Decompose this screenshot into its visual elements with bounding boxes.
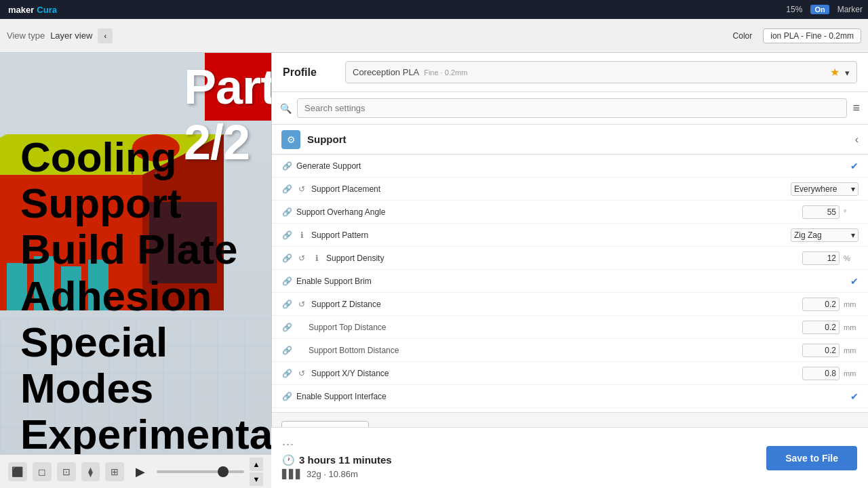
setting-dropdown[interactable]: Zig Zag▾ [791, 228, 859, 242]
text-line-5: Experimental [20, 411, 271, 458]
print-info-bar: ··· 🕐 3 hours 11 minutes ▋▋▋ 32g · 10.86… [271, 427, 868, 488]
profile-chip[interactable]: ion PLA - Fine - 0.2mm [763, 28, 861, 43]
setting-name: Enable Support Interface [296, 392, 846, 401]
info-icon[interactable]: ℹ [296, 230, 307, 241]
link-icon[interactable]: 🔗 [281, 276, 292, 287]
search-icon: 🔍 [280, 103, 292, 114]
setting-row: 🔗Support Top Distancemm [272, 316, 868, 339]
more-dots[interactable]: ··· [282, 437, 755, 451]
layer-up[interactable]: ▲ [250, 458, 263, 471]
viewtype-chevron[interactable]: ‹ [98, 28, 113, 43]
link-icon[interactable]: 🔗 [281, 184, 292, 195]
setting-row: 🔗↺Support Z Distancemm [272, 293, 868, 316]
setting-value-input[interactable] [802, 321, 840, 334]
profile-selector[interactable]: Coreception PLA Fine · 0.2mm ★ ▾ [345, 61, 857, 83]
setting-row: 🔗Enable Support Interface✔ [272, 385, 868, 408]
setting-checkbox[interactable]: ✔ [850, 161, 859, 171]
link-icon[interactable]: 🔗 [281, 391, 292, 402]
setting-name: Support Density [326, 253, 798, 263]
right-panel: Profile Coreception PLA Fine · 0.2mm ★ ▾… [271, 53, 868, 488]
reset-icon[interactable]: ↺ [296, 184, 307, 195]
secondbar-right: Color ion PLA - Fine - 0.2mm [733, 28, 861, 43]
star-icon: ★ [830, 66, 840, 78]
weight-icon: ▋▋▋ [282, 469, 302, 479]
print-weight: ▋▋▋ 32g · 10.86m [282, 469, 755, 479]
info-icon[interactable]: ℹ [311, 253, 322, 264]
setting-row: 🔗↺Support PlacementEverywhere▾ [272, 178, 868, 201]
text-line-3: Build Plate Adhesion [20, 226, 271, 319]
link-icon[interactable]: 🔗 [281, 322, 292, 333]
logo-cura: Cura [37, 5, 57, 15]
link-icon[interactable]: 🔗 [281, 230, 292, 241]
link-icon[interactable]: 🔗 [281, 207, 292, 218]
setting-value-input[interactable] [802, 205, 840, 219]
support-title: Support [307, 134, 848, 145]
setting-unit: % [844, 254, 859, 262]
setting-name: Support Top Distance [296, 323, 798, 332]
link-icon[interactable]: 🔗 [281, 299, 292, 310]
clock-icon: 🕐 [282, 454, 295, 466]
tool-icon-5[interactable]: ⊞ [105, 462, 124, 481]
secondary-bar: View type Layer view ‹ Color ion PLA - F… [0, 19, 868, 53]
support-section-header: ⚙ Support ‹ [272, 125, 868, 155]
top-bar: maker Cura 15% On Marker [0, 0, 868, 19]
viewtype-group: View type Layer view ‹ [7, 28, 113, 43]
save-to-file-button[interactable]: Save to File [766, 446, 857, 470]
setting-value-input[interactable] [802, 367, 840, 380]
print-time: 🕐 3 hours 11 minutes [282, 454, 755, 466]
support-icon: ⚙ [281, 130, 300, 149]
setting-value-input[interactable] [802, 344, 840, 357]
setting-checkbox[interactable]: ✔ [850, 276, 859, 287]
setting-unit: mm [844, 323, 859, 331]
topbar-right: 15% On Marker [786, 5, 868, 14]
setting-value-input[interactable] [802, 251, 840, 265]
setting-checkbox[interactable]: ✔ [850, 391, 859, 402]
link-icon[interactable]: 🔗 [281, 345, 292, 356]
tool-icon-2[interactable]: ◻ [33, 462, 52, 481]
setting-value-input[interactable] [802, 298, 840, 311]
layer-down[interactable]: ▼ [250, 472, 263, 486]
setting-name: Support Pattern [311, 230, 787, 240]
profile-selector-value: Coreception PLA Fine · 0.2mm [353, 67, 467, 77]
setting-name: Support X/Y Distance [311, 369, 798, 378]
menu-icon[interactable]: ≡ [852, 101, 860, 115]
setting-row: 🔗ℹSupport PatternZig Zag▾ [272, 224, 868, 247]
setting-unit: ° [844, 208, 859, 216]
layer-nav: ▲ ▼ [250, 458, 263, 486]
collapse-button[interactable]: ‹ [855, 134, 859, 146]
reset-icon[interactable]: ↺ [296, 253, 307, 264]
reset-icon[interactable]: ↺ [296, 368, 307, 379]
setting-dropdown[interactable]: Everywhere▾ [791, 182, 859, 196]
app-logo: maker Cura [0, 5, 65, 15]
tool-icon-4[interactable]: ⧫ [81, 462, 100, 481]
viewtype-value: Layer view [50, 30, 92, 41]
setting-row: 🔗↺Support X/Y Distancemm [272, 362, 868, 385]
search-input[interactable] [297, 98, 847, 118]
link-icon[interactable]: 🔗 [281, 161, 292, 171]
link-icon[interactable]: 🔗 [281, 368, 292, 379]
tool-icon-3[interactable]: ⊡ [57, 462, 76, 481]
search-row: 🔍 ≡ [272, 92, 868, 125]
profile-chip-value: ion PLA - Fine - 0.2mm [770, 31, 854, 41]
play-button[interactable]: ▶ [130, 461, 151, 483]
settings-list: 🔗Generate Support✔🔗↺Support PlacementEve… [272, 155, 868, 412]
tool-icon-1[interactable]: ⬛ [8, 462, 27, 481]
text-line-4: Special Modes [20, 319, 271, 411]
setting-name: Support Bottom Distance [296, 346, 798, 355]
link-icon[interactable]: 🔗 [281, 253, 292, 264]
setting-name: Support Placement [311, 184, 787, 194]
print-stats: ··· 🕐 3 hours 11 minutes ▋▋▋ 32g · 10.86… [282, 437, 755, 479]
viewtype-label: View type [7, 30, 45, 41]
banner-title: Cura Part 2/2 [184, 53, 271, 170]
setting-row: 🔗Generate Support✔ [272, 155, 868, 178]
setting-row: 🔗Enable Support Brim✔ [272, 270, 868, 293]
layer-slider[interactable] [157, 470, 244, 473]
logo-maker: maker [8, 5, 34, 15]
3d-viewport[interactable]: Cura Part 2/2 Cooling Support Build Plat… [0, 53, 271, 488]
setting-name: Support Overhang Angle [296, 207, 798, 217]
setting-unit: mm [844, 300, 859, 308]
on-badge: On [810, 5, 829, 14]
marker-label: Marker [837, 5, 863, 14]
profile-row: Profile Coreception PLA Fine · 0.2mm ★ ▾ [272, 53, 868, 92]
reset-icon[interactable]: ↺ [296, 299, 307, 310]
